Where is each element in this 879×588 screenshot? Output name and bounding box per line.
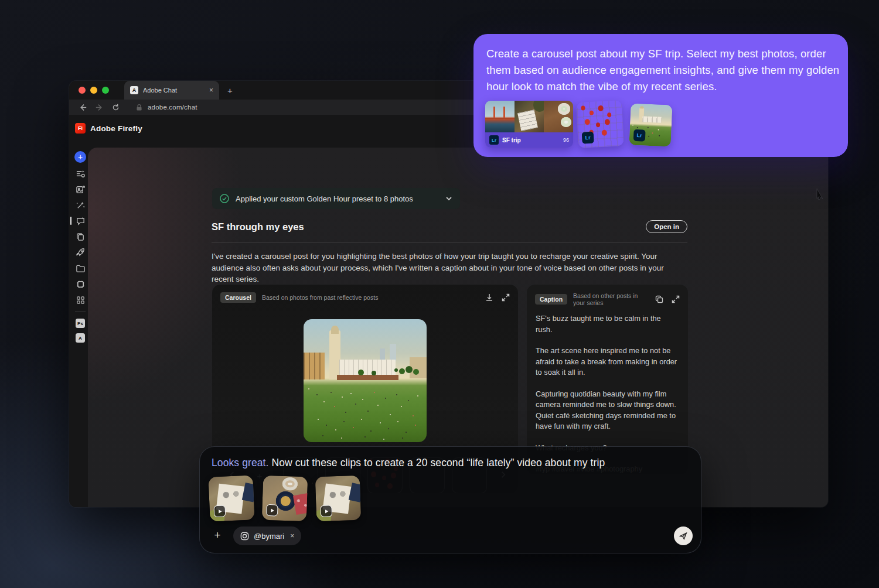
clip-thumbnail-coffee[interactable]: [262, 476, 308, 522]
composer-message-highlight: Looks great.: [212, 457, 269, 469]
instagram-icon: [240, 532, 249, 541]
attachment-thumb-lanterns[interactable]: Lr: [576, 100, 624, 148]
magic-wand-icon[interactable]: [75, 200, 86, 210]
play-icon: [320, 505, 332, 517]
sidebar: + Ps A: [73, 151, 87, 343]
album-name: SF trip: [502, 137, 560, 143]
carousel-subtitle: Based on photos from past reflective pos…: [262, 294, 479, 301]
mouse-cursor: [816, 187, 825, 200]
mention-chip[interactable]: @bymari ×: [233, 527, 301, 545]
browser-tab[interactable]: A Adobe Chat ×: [124, 81, 219, 100]
duplicate-icon[interactable]: [75, 231, 86, 242]
window-controls[interactable]: [79, 87, 109, 94]
photoshop-icon[interactable]: Ps: [76, 319, 85, 328]
check-circle-icon: [219, 193, 230, 204]
stack-icon[interactable]: [75, 279, 86, 289]
open-in-button[interactable]: Open in: [646, 220, 687, 233]
close-window-button[interactable]: [79, 87, 86, 94]
caption-badge: Caption: [535, 294, 567, 305]
new-tab-button[interactable]: +: [227, 86, 233, 95]
caption-subtitle: Based on other posts in your series: [573, 292, 649, 306]
adobe-favicon-icon: A: [130, 86, 138, 94]
composer[interactable]: Looks great. Now cut these clips to crea…: [199, 446, 701, 553]
sidebar-divider: [75, 312, 86, 312]
play-icon: [266, 504, 278, 517]
lightroom-icon: Lr: [489, 135, 499, 145]
album-count: 96: [563, 137, 569, 143]
send-button[interactable]: [674, 527, 693, 545]
bridge-photo: [485, 101, 515, 132]
divider: [212, 242, 687, 242]
status-banner-text: Applied your custom Golden Hour preset t…: [236, 194, 439, 203]
zoom-window-button[interactable]: [102, 87, 109, 94]
forward-icon[interactable]: [96, 104, 103, 111]
remove-mention-icon[interactable]: ×: [290, 532, 294, 540]
carousel-badge: Carousel: [220, 292, 256, 303]
firefly-logo-icon: Fi: [75, 123, 86, 134]
send-icon: [679, 531, 688, 541]
copy-icon[interactable]: [655, 295, 663, 303]
chat-icon[interactable]: [75, 216, 86, 226]
url-text[interactable]: adobe.com/chat: [148, 104, 197, 111]
clip-thumbnail-sketchbook[interactable]: [208, 475, 254, 521]
back-icon[interactable]: [79, 104, 87, 111]
image-generate-icon[interactable]: [75, 184, 86, 194]
lock-icon: [135, 104, 143, 111]
user-prompt-bubble: Create a carousel post about my SF trip.…: [473, 34, 848, 157]
caption-paragraph: The art scene here inspired me to not be…: [536, 346, 679, 378]
status-banner[interactable]: Applied your custom Golden Hour preset t…: [212, 188, 460, 209]
download-icon[interactable]: [485, 293, 493, 302]
tab-close-icon[interactable]: ×: [209, 86, 213, 94]
expand-icon[interactable]: [672, 295, 680, 303]
lightroom-icon: Lr: [633, 129, 646, 142]
chevron-down-icon[interactable]: [445, 194, 453, 203]
attachment-thumb-park[interactable]: Lr: [629, 103, 672, 146]
rocket-icon[interactable]: [75, 247, 86, 258]
create-plus-button[interactable]: +: [74, 151, 86, 163]
app-header: Fi Adobe Firefly: [75, 123, 142, 134]
composer-message-rest: Now cut these clips to create a 20 secon…: [269, 457, 605, 469]
play-icon: [214, 505, 226, 517]
caption-paragraph: Capturing quotidian beauty with my film …: [536, 389, 679, 432]
caption-paragraph: SF's buzz taught me to be calm in the ru…: [536, 313, 679, 335]
apps-icon[interactable]: [75, 295, 86, 305]
carousel-main-image[interactable]: [304, 319, 427, 442]
clip-thumbnail-sketchbook-2[interactable]: [315, 476, 362, 522]
expand-icon[interactable]: [502, 293, 510, 302]
folder-icon[interactable]: [75, 263, 86, 274]
matcha-photo: [544, 101, 573, 132]
sketch-photo: [515, 101, 544, 132]
result-title: SF through my eyes: [212, 221, 646, 233]
express-icon[interactable]: A: [76, 333, 85, 343]
park-photo: [304, 319, 427, 442]
result-description: I've created a carousel post for you hig…: [212, 251, 680, 285]
lightroom-icon: Lr: [582, 132, 594, 144]
reload-icon[interactable]: [112, 104, 120, 111]
composer-message[interactable]: Looks great. Now cut these clips to crea…: [212, 457, 689, 469]
minimize-window-button[interactable]: [90, 87, 97, 94]
add-attachment-button[interactable]: +: [212, 530, 223, 542]
presets-icon[interactable]: [75, 168, 86, 179]
mention-handle: @bymari: [254, 532, 284, 541]
lightroom-album-card[interactable]: Lr SF trip 96: [485, 101, 573, 148]
attached-clips: [209, 476, 360, 521]
brand-name: Adobe Firefly: [90, 124, 142, 133]
user-prompt-text: Create a carousel post about my SF trip.…: [486, 46, 840, 95]
tab-title: Adobe Chat: [143, 87, 205, 94]
